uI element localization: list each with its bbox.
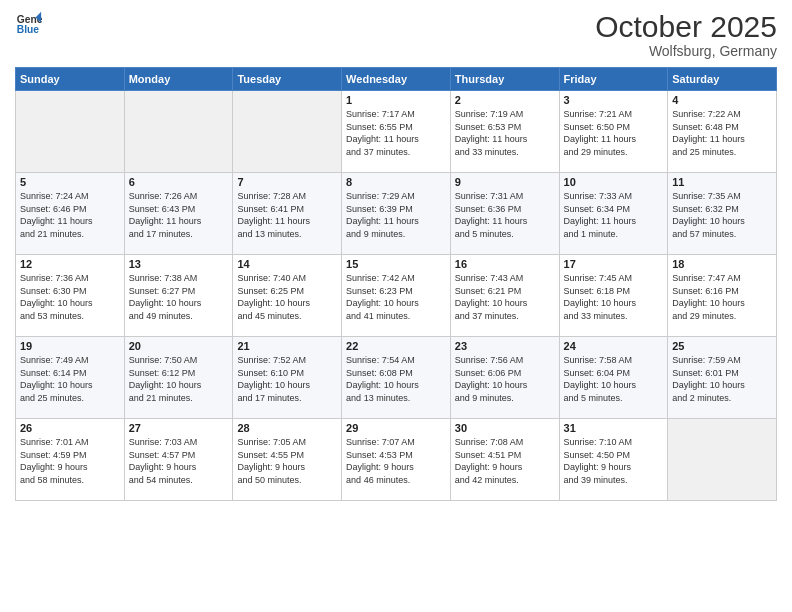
day-cell: 3Sunrise: 7:21 AM Sunset: 6:50 PM Daylig… [559,91,668,173]
day-number: 8 [346,176,446,188]
day-info: Sunrise: 7:29 AM Sunset: 6:39 PM Dayligh… [346,190,446,240]
day-info: Sunrise: 7:26 AM Sunset: 6:43 PM Dayligh… [129,190,229,240]
location-subtitle: Wolfsburg, Germany [595,43,777,59]
week-row-3: 12Sunrise: 7:36 AM Sunset: 6:30 PM Dayli… [16,255,777,337]
day-cell: 1Sunrise: 7:17 AM Sunset: 6:55 PM Daylig… [342,91,451,173]
week-row-4: 19Sunrise: 7:49 AM Sunset: 6:14 PM Dayli… [16,337,777,419]
logo-icon: General Blue [15,10,43,38]
day-number: 27 [129,422,229,434]
day-cell: 10Sunrise: 7:33 AM Sunset: 6:34 PM Dayli… [559,173,668,255]
day-cell: 22Sunrise: 7:54 AM Sunset: 6:08 PM Dayli… [342,337,451,419]
day-cell: 26Sunrise: 7:01 AM Sunset: 4:59 PM Dayli… [16,419,125,501]
day-number: 30 [455,422,555,434]
day-number: 16 [455,258,555,270]
day-cell: 11Sunrise: 7:35 AM Sunset: 6:32 PM Dayli… [668,173,777,255]
week-row-5: 26Sunrise: 7:01 AM Sunset: 4:59 PM Dayli… [16,419,777,501]
day-info: Sunrise: 7:01 AM Sunset: 4:59 PM Dayligh… [20,436,120,486]
day-info: Sunrise: 7:43 AM Sunset: 6:21 PM Dayligh… [455,272,555,322]
day-cell [233,91,342,173]
day-info: Sunrise: 7:03 AM Sunset: 4:57 PM Dayligh… [129,436,229,486]
day-cell: 28Sunrise: 7:05 AM Sunset: 4:55 PM Dayli… [233,419,342,501]
month-title: October 2025 [595,10,777,43]
day-number: 20 [129,340,229,352]
title-block: October 2025 Wolfsburg, Germany [595,10,777,59]
day-cell: 21Sunrise: 7:52 AM Sunset: 6:10 PM Dayli… [233,337,342,419]
day-number: 15 [346,258,446,270]
page-header: General Blue October 2025 Wolfsburg, Ger… [15,10,777,59]
header-cell-saturday: Saturday [668,68,777,91]
day-info: Sunrise: 7:33 AM Sunset: 6:34 PM Dayligh… [564,190,664,240]
day-info: Sunrise: 7:42 AM Sunset: 6:23 PM Dayligh… [346,272,446,322]
header-cell-friday: Friday [559,68,668,91]
day-number: 28 [237,422,337,434]
day-cell: 31Sunrise: 7:10 AM Sunset: 4:50 PM Dayli… [559,419,668,501]
day-info: Sunrise: 7:08 AM Sunset: 4:51 PM Dayligh… [455,436,555,486]
day-number: 13 [129,258,229,270]
day-number: 3 [564,94,664,106]
day-number: 22 [346,340,446,352]
day-info: Sunrise: 7:28 AM Sunset: 6:41 PM Dayligh… [237,190,337,240]
day-cell [124,91,233,173]
day-info: Sunrise: 7:50 AM Sunset: 6:12 PM Dayligh… [129,354,229,404]
day-cell: 14Sunrise: 7:40 AM Sunset: 6:25 PM Dayli… [233,255,342,337]
day-info: Sunrise: 7:47 AM Sunset: 6:16 PM Dayligh… [672,272,772,322]
day-info: Sunrise: 7:54 AM Sunset: 6:08 PM Dayligh… [346,354,446,404]
day-cell: 6Sunrise: 7:26 AM Sunset: 6:43 PM Daylig… [124,173,233,255]
calendar-table: SundayMondayTuesdayWednesdayThursdayFrid… [15,67,777,501]
day-number: 21 [237,340,337,352]
day-number: 4 [672,94,772,106]
day-cell: 29Sunrise: 7:07 AM Sunset: 4:53 PM Dayli… [342,419,451,501]
day-cell: 24Sunrise: 7:58 AM Sunset: 6:04 PM Dayli… [559,337,668,419]
day-info: Sunrise: 7:52 AM Sunset: 6:10 PM Dayligh… [237,354,337,404]
day-number: 9 [455,176,555,188]
day-cell: 5Sunrise: 7:24 AM Sunset: 6:46 PM Daylig… [16,173,125,255]
day-info: Sunrise: 7:05 AM Sunset: 4:55 PM Dayligh… [237,436,337,486]
day-info: Sunrise: 7:59 AM Sunset: 6:01 PM Dayligh… [672,354,772,404]
header-cell-thursday: Thursday [450,68,559,91]
day-number: 18 [672,258,772,270]
day-number: 7 [237,176,337,188]
day-info: Sunrise: 7:19 AM Sunset: 6:53 PM Dayligh… [455,108,555,158]
day-info: Sunrise: 7:49 AM Sunset: 6:14 PM Dayligh… [20,354,120,404]
day-cell: 16Sunrise: 7:43 AM Sunset: 6:21 PM Dayli… [450,255,559,337]
day-info: Sunrise: 7:58 AM Sunset: 6:04 PM Dayligh… [564,354,664,404]
day-info: Sunrise: 7:07 AM Sunset: 4:53 PM Dayligh… [346,436,446,486]
day-cell: 17Sunrise: 7:45 AM Sunset: 6:18 PM Dayli… [559,255,668,337]
day-number: 11 [672,176,772,188]
day-number: 19 [20,340,120,352]
day-cell: 20Sunrise: 7:50 AM Sunset: 6:12 PM Dayli… [124,337,233,419]
day-number: 6 [129,176,229,188]
day-cell: 15Sunrise: 7:42 AM Sunset: 6:23 PM Dayli… [342,255,451,337]
week-row-2: 5Sunrise: 7:24 AM Sunset: 6:46 PM Daylig… [16,173,777,255]
day-info: Sunrise: 7:45 AM Sunset: 6:18 PM Dayligh… [564,272,664,322]
header-row: SundayMondayTuesdayWednesdayThursdayFrid… [16,68,777,91]
day-cell: 18Sunrise: 7:47 AM Sunset: 6:16 PM Dayli… [668,255,777,337]
day-cell: 27Sunrise: 7:03 AM Sunset: 4:57 PM Dayli… [124,419,233,501]
day-number: 29 [346,422,446,434]
header-cell-wednesday: Wednesday [342,68,451,91]
day-info: Sunrise: 7:56 AM Sunset: 6:06 PM Dayligh… [455,354,555,404]
day-info: Sunrise: 7:36 AM Sunset: 6:30 PM Dayligh… [20,272,120,322]
svg-text:Blue: Blue [17,24,40,35]
day-cell: 30Sunrise: 7:08 AM Sunset: 4:51 PM Dayli… [450,419,559,501]
header-cell-sunday: Sunday [16,68,125,91]
header-cell-monday: Monday [124,68,233,91]
week-row-1: 1Sunrise: 7:17 AM Sunset: 6:55 PM Daylig… [16,91,777,173]
day-cell: 23Sunrise: 7:56 AM Sunset: 6:06 PM Dayli… [450,337,559,419]
day-number: 14 [237,258,337,270]
day-info: Sunrise: 7:38 AM Sunset: 6:27 PM Dayligh… [129,272,229,322]
day-cell: 4Sunrise: 7:22 AM Sunset: 6:48 PM Daylig… [668,91,777,173]
day-number: 26 [20,422,120,434]
day-info: Sunrise: 7:22 AM Sunset: 6:48 PM Dayligh… [672,108,772,158]
day-info: Sunrise: 7:40 AM Sunset: 6:25 PM Dayligh… [237,272,337,322]
day-number: 31 [564,422,664,434]
day-number: 25 [672,340,772,352]
day-number: 17 [564,258,664,270]
day-cell: 7Sunrise: 7:28 AM Sunset: 6:41 PM Daylig… [233,173,342,255]
day-cell [668,419,777,501]
logo: General Blue [15,10,43,38]
day-cell: 9Sunrise: 7:31 AM Sunset: 6:36 PM Daylig… [450,173,559,255]
day-info: Sunrise: 7:35 AM Sunset: 6:32 PM Dayligh… [672,190,772,240]
day-number: 23 [455,340,555,352]
day-cell [16,91,125,173]
